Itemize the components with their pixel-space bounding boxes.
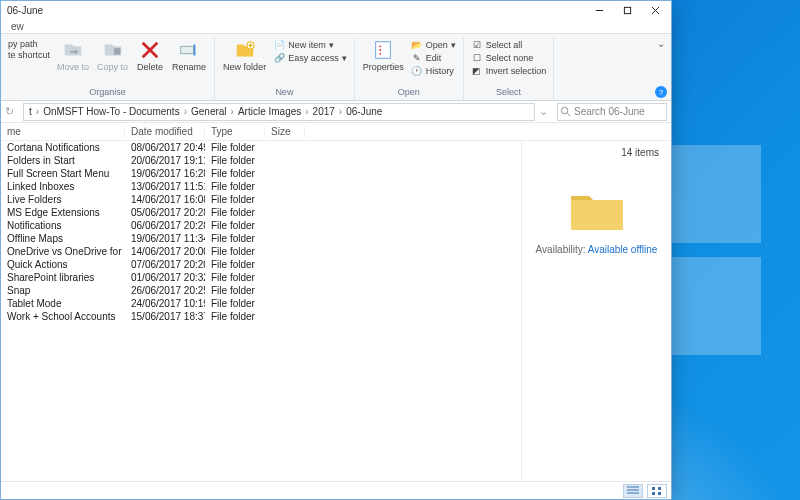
new-item[interactable]: 📄New item ▾ [272, 39, 348, 51]
availability-label: Availability: [536, 244, 586, 255]
svg-rect-1 [624, 7, 630, 13]
properties-button[interactable]: Properties [361, 39, 406, 72]
explorer-window: 06-June ew ⌄ ? py path te shortcut Move … [0, 0, 672, 500]
select-all[interactable]: ☑Select all [470, 39, 548, 51]
col-date[interactable]: Date modified [125, 126, 205, 137]
minimize-button[interactable] [585, 2, 613, 18]
table-row[interactable]: SharePoint libraries01/06/2017 20:32File… [1, 271, 521, 284]
chevron-right-icon: › [228, 106, 237, 117]
table-row[interactable]: Notifications06/06/2017 20:28File folder [1, 219, 521, 232]
table-row[interactable]: MS Edge Extensions05/06/2017 20:28File f… [1, 206, 521, 219]
close-button[interactable] [641, 2, 669, 18]
svg-rect-4 [113, 48, 119, 54]
table-row[interactable]: Full Screen Start Menu19/06/2017 16:28Fi… [1, 167, 521, 180]
new-folder-button[interactable]: New folder [221, 39, 268, 72]
item-name: Offline Maps [1, 233, 125, 244]
delete-icon [139, 39, 161, 61]
item-type: File folder [205, 194, 265, 205]
table-row[interactable]: Work + School Accounts15/06/2017 18:37Fi… [1, 310, 521, 323]
move-to-icon [62, 39, 84, 61]
col-type[interactable]: Type [205, 126, 265, 137]
item-type: File folder [205, 142, 265, 153]
item-type: File folder [205, 220, 265, 231]
col-size[interactable]: Size [265, 126, 305, 137]
invert-selection[interactable]: ◩Invert selection [470, 65, 548, 77]
window-title: 06-June [7, 5, 43, 16]
item-date: 08/06/2017 20:49 [125, 142, 205, 153]
item-name: Snap [1, 285, 125, 296]
chevron-right-icon: › [336, 106, 345, 117]
search-input[interactable]: Search 06-June [557, 103, 667, 121]
select-none[interactable]: ☐Select none [470, 52, 548, 64]
svg-rect-7 [181, 46, 194, 53]
item-name: Cortana Notifications [1, 142, 125, 153]
details-view-button[interactable] [623, 484, 643, 498]
table-row[interactable]: Snap26/06/2017 20:25File folder [1, 284, 521, 297]
rename-icon [178, 39, 200, 61]
svg-point-13 [380, 45, 382, 47]
item-count: 14 items [621, 147, 671, 158]
table-row[interactable]: OneDrive vs OneDrive for Business14/06/2… [1, 245, 521, 258]
table-row[interactable]: Quick Actions07/06/2017 20:20File folder [1, 258, 521, 271]
group-select: Select [496, 86, 521, 99]
crumb[interactable]: OnMSFT How-To - Documents [42, 106, 181, 117]
breadcrumb[interactable]: t›OnMSFT How-To - Documents›General›Arti… [23, 103, 535, 121]
item-name: Folders in Start [1, 155, 125, 166]
copy-path: py path [7, 39, 51, 49]
chevron-right-icon: › [33, 106, 42, 117]
history-icon: 🕑 [411, 65, 423, 77]
rename-button[interactable]: Rename [170, 39, 208, 72]
svg-line-17 [567, 113, 570, 116]
svg-rect-24 [658, 492, 661, 495]
item-name: SharePoint libraries [1, 272, 125, 283]
group-organise: Organise [89, 86, 126, 99]
column-headers[interactable]: me Date modified Type Size [1, 123, 671, 141]
easy-access[interactable]: 🔗Easy access ▾ [272, 52, 348, 64]
table-row[interactable]: Linked Inboxes13/06/2017 11:51File folde… [1, 180, 521, 193]
new-folder-icon [234, 39, 256, 61]
table-row[interactable]: Tablet Mode24/06/2017 10:19File folder [1, 297, 521, 310]
crumb[interactable]: 2017 [312, 106, 336, 117]
copy-to-button[interactable]: Copy to [95, 39, 130, 72]
item-type: File folder [205, 298, 265, 309]
help-icon[interactable]: ? [655, 86, 667, 98]
move-to-button[interactable]: Move to [55, 39, 91, 72]
item-date: 19/06/2017 11:34 [125, 233, 205, 244]
item-date: 19/06/2017 16:28 [125, 168, 205, 179]
item-date: 07/06/2017 20:20 [125, 259, 205, 270]
item-type: File folder [205, 285, 265, 296]
crumb[interactable]: Article Images [237, 106, 302, 117]
search-icon [560, 106, 571, 119]
open-item[interactable]: 📂Open ▾ [410, 39, 457, 51]
delete-button[interactable]: Delete [134, 39, 166, 72]
edit-icon: ✎ [411, 52, 423, 64]
refresh-icon[interactable]: ↻ [5, 105, 19, 118]
dropdown-icon[interactable]: ⌄ [539, 105, 553, 118]
item-name: Tablet Mode [1, 298, 125, 309]
ribbon-tab[interactable]: ew [5, 20, 30, 33]
preview-pane: 14 items Availability: Available offline [521, 141, 671, 481]
table-row[interactable]: Live Folders14/06/2017 16:08File folder [1, 193, 521, 206]
file-list[interactable]: Cortana Notifications08/06/2017 20:49Fil… [1, 141, 521, 481]
crumb[interactable]: General [190, 106, 228, 117]
icons-view-button[interactable] [647, 484, 667, 498]
ribbon-collapse-icon[interactable]: ⌄ [657, 38, 665, 49]
crumb[interactable]: 06-June [345, 106, 383, 117]
item-name: Full Screen Start Menu [1, 168, 125, 179]
table-row[interactable]: Offline Maps19/06/2017 11:34File folder [1, 232, 521, 245]
edit-item[interactable]: ✎Edit [410, 52, 457, 64]
new-item-icon: 📄 [273, 39, 285, 51]
item-name: Notifications [1, 220, 125, 231]
svg-point-14 [380, 49, 382, 51]
svg-rect-8 [194, 45, 196, 56]
open-icon: 📂 [411, 39, 423, 51]
table-row[interactable]: Cortana Notifications08/06/2017 20:49Fil… [1, 141, 521, 154]
chevron-right-icon: › [181, 106, 190, 117]
item-name: Live Folders [1, 194, 125, 205]
history-item[interactable]: 🕑History [410, 65, 457, 77]
table-row[interactable]: Folders in Start20/06/2017 19:11File fol… [1, 154, 521, 167]
select-all-icon: ☑ [471, 39, 483, 51]
maximize-button[interactable] [613, 2, 641, 18]
col-name[interactable]: me [1, 126, 125, 137]
title-bar[interactable]: 06-June [1, 1, 671, 19]
